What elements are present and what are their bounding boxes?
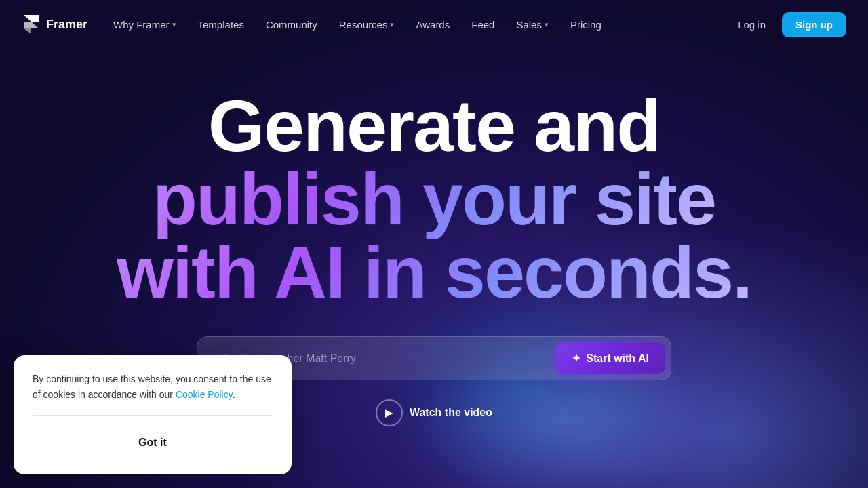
watch-video-label: Watch the video [410,407,492,419]
nav-actions: Log in Sign up [727,12,846,37]
chevron-down-icon: ▾ [545,20,549,29]
cookie-divider [33,415,273,416]
cookie-banner: By continuing to use this website, you c… [14,355,292,474]
login-button[interactable]: Log in [727,14,776,36]
hero-title: Generate and publish your site with AI i… [117,89,751,309]
play-button-icon: ▶ [376,399,403,426]
signup-button[interactable]: Sign up [782,12,846,37]
hero-title-line1: Generate and [208,85,660,167]
framer-icon [22,15,41,34]
nav-resources[interactable]: Resources ▾ [330,14,404,36]
cookie-text: By continuing to use this website, you c… [33,371,273,402]
nav-awards[interactable]: Awards [406,14,459,36]
nav-community[interactable]: Community [256,14,327,36]
hero-section: Generate and publish your site with AI i… [0,49,868,309]
brand-name: Framer [46,18,87,32]
chevron-down-icon: ▾ [172,20,176,29]
navbar: Framer Why Framer ▾ Templates Community … [0,0,868,49]
nav-templates[interactable]: Templates [189,14,254,36]
logo[interactable]: Framer [22,15,87,34]
nav-feed[interactable]: Feed [462,14,504,36]
cookie-text-after: . [233,389,235,400]
nav-pricing[interactable]: Pricing [561,14,611,36]
watch-video[interactable]: ▶ Watch the video [376,399,492,426]
start-ai-button[interactable]: ✦ Start with AI [555,342,665,374]
sparkle-icon: ✦ [572,352,580,365]
got-it-button[interactable]: Got it [33,427,273,458]
nav-why-framer[interactable]: Why Framer ▾ [104,14,186,36]
hero-title-line2: publish your site [153,158,715,240]
nav-sales[interactable]: Sales ▾ [507,14,558,36]
nav-links: Why Framer ▾ Templates Community Resourc… [104,14,727,36]
chevron-down-icon: ▾ [390,20,394,29]
cookie-policy-link[interactable]: Cookie Policy [176,389,233,400]
hero-title-line3: with AI in seconds. [117,231,751,313]
start-ai-label: Start with AI [586,352,649,365]
cookie-text-before: By continuing to use this website, you c… [33,373,271,399]
